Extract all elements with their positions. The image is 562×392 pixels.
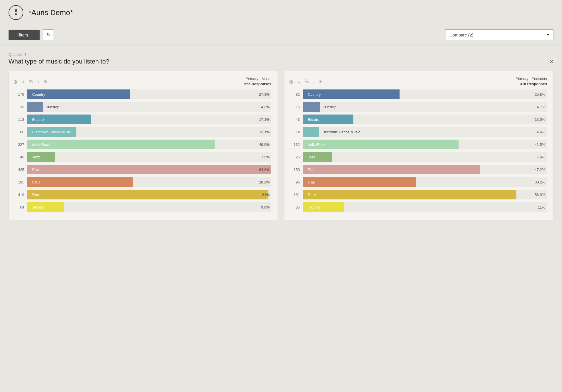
bar-count: 43	[289, 117, 300, 122]
bar-percent: 9.8%	[261, 205, 270, 209]
bar-label: Indie Rock	[30, 142, 50, 147]
bar-count: 15	[289, 105, 300, 109]
bar-label: Electronic Dance Music	[30, 130, 71, 134]
app-header: B A *Auris Demo*	[0, 0, 562, 25]
bar-row: 86Electronic Dance Music13.1%	[13, 127, 271, 137]
bar-count: 28	[13, 105, 24, 109]
bar-row: 96R&B30.2%	[289, 177, 547, 187]
bar-label: Pop	[306, 168, 314, 172]
bar-fill: Pop	[303, 165, 480, 174]
bar-percent: 27.3%	[259, 92, 270, 97]
bar-row: 327Indie Rock49.9%	[13, 140, 271, 149]
bar-row: 14Electronic Dance MusicElectronic Dance…	[289, 127, 547, 137]
bar-count: 112	[13, 117, 24, 122]
sort-icon[interactable]: ↧	[21, 79, 25, 84]
bar-track: DubstepDubstep4.3%	[27, 102, 271, 112]
bar-row: 25Jazz7.9%	[289, 152, 547, 162]
bar-count: 419	[13, 193, 24, 197]
bar-rows-1: 82Country25.8%15DubstepDubstep4.7%43Elec…	[289, 89, 547, 212]
bar-label: Jazz	[30, 155, 40, 159]
bar-count: 179	[13, 92, 24, 97]
question-title: What type of music do you listen to?	[9, 58, 109, 65]
bar-track: Pop47.2%	[303, 165, 547, 174]
bar-track: Rock56.9%	[303, 190, 547, 199]
bar-label: Country	[306, 92, 321, 97]
question-label: Question 3:	[9, 52, 553, 57]
bar-percent: 25.8%	[535, 92, 545, 97]
compare-dropdown[interactable]: Compare (2) ▾	[445, 29, 553, 40]
bar-label: Techno	[30, 205, 44, 209]
bar-fill: Indie Rock	[27, 140, 215, 149]
bar-count: 327	[13, 142, 24, 147]
sort-icon[interactable]: ↧	[297, 79, 301, 84]
bar-percent: 30.2%	[535, 180, 545, 184]
bar-track: Techno11%	[303, 202, 547, 212]
bar-row: 185R&B28.2%	[13, 177, 271, 187]
bar-percent: 4.3%	[261, 105, 270, 109]
expand-icon[interactable]: ✱	[43, 79, 47, 84]
bar-fill: Electro	[303, 115, 353, 124]
bar-label: Indie Rock	[306, 142, 325, 147]
bar-track: R&B28.2%	[27, 177, 271, 187]
pie-chart-icon[interactable]: ◑	[13, 79, 17, 84]
bar-track: R&B30.2%	[303, 177, 547, 187]
bar-track: Jazz7.9%	[303, 152, 547, 162]
bar-track: Indie Rock41.5%	[303, 140, 547, 149]
bar-percent: 64.9%	[259, 168, 270, 172]
chart-panel-0: ◑↧%↓✱Primary - Music655 Responses179Coun…	[9, 71, 278, 220]
expand-icon[interactable]: ✱	[319, 79, 323, 84]
bar-fill: Dubstep	[303, 102, 320, 112]
app-title: *Auris Demo*	[28, 8, 73, 17]
bar-row: 112Electro17.1%	[13, 115, 271, 124]
bar-percent: 49.9%	[259, 142, 270, 147]
percent-icon[interactable]: %	[305, 79, 309, 84]
bar-fill: Electronic Dance Music	[27, 127, 76, 137]
refresh-button[interactable]: ↻	[43, 29, 54, 40]
bar-fill: Rock	[303, 190, 516, 199]
bar-track: Country27.3%	[27, 89, 271, 99]
bar-count: 25	[289, 155, 300, 159]
bar-count: 132	[289, 142, 300, 147]
bar-row: 179Country27.3%	[13, 89, 271, 99]
bar-fill: Electronic Dance Music	[303, 127, 319, 137]
bar-percent: 64%	[262, 193, 270, 197]
bar-track: Indie Rock49.9%	[27, 140, 271, 149]
chart-panel-1: ◑↧%↓✱Primary - Podcasts318 Responses82Co…	[284, 71, 553, 220]
bar-percent: 13.5%	[535, 117, 545, 122]
main-content: Question 3: What type of music do you li…	[0, 44, 562, 229]
bar-fill: Techno	[27, 202, 64, 212]
download-icon[interactable]: ↓	[37, 79, 39, 84]
bar-label: Techno	[306, 205, 320, 209]
bar-fill: Country	[27, 89, 130, 99]
bar-track: DubstepDubstep4.7%	[303, 102, 547, 112]
charts-row: ◑↧%↓✱Primary - Music655 Responses179Coun…	[9, 71, 553, 220]
bar-count: 181	[289, 193, 300, 197]
bar-percent: 47.2%	[535, 168, 545, 172]
bar-track: Pop64.9%	[27, 165, 271, 174]
bar-row: 150Pop47.2%	[289, 165, 547, 174]
logo-bottom: A	[15, 13, 17, 16]
bar-label-outside: Dubstep	[320, 105, 336, 109]
chart-toolbar-1: ◑↧%↓✱Primary - Podcasts318 Responses	[289, 76, 547, 87]
chart-toolbar-0: ◑↧%↓✱Primary - Music655 Responses	[13, 76, 271, 87]
bar-label-outside: Dubstep	[43, 105, 59, 109]
toolbar: Filters... ↻ Compare (2) ▾	[0, 25, 562, 44]
download-icon[interactable]: ↓	[313, 79, 315, 84]
bar-label: Rock	[306, 193, 316, 197]
bar-count: 425	[13, 168, 24, 172]
bar-fill: Jazz	[27, 152, 55, 162]
refresh-icon: ↻	[47, 32, 50, 38]
bar-label-outside: Electronic Dance Music	[319, 130, 360, 134]
bar-fill: Jazz	[303, 152, 332, 162]
close-button[interactable]: ×	[550, 58, 553, 65]
pie-chart-icon[interactable]: ◑	[289, 79, 293, 84]
bar-label: Electro	[306, 117, 319, 122]
filters-button[interactable]: Filters...	[9, 30, 40, 40]
bar-track: Country25.8%	[303, 89, 547, 99]
percent-icon[interactable]: %	[29, 79, 33, 84]
bar-fill: Rock	[27, 190, 268, 199]
bar-label: Pop	[30, 168, 39, 172]
bar-track: Rock64%	[27, 190, 271, 199]
bar-percent: 4.4%	[537, 130, 545, 134]
bar-track: Jazz7.5%	[27, 152, 271, 162]
